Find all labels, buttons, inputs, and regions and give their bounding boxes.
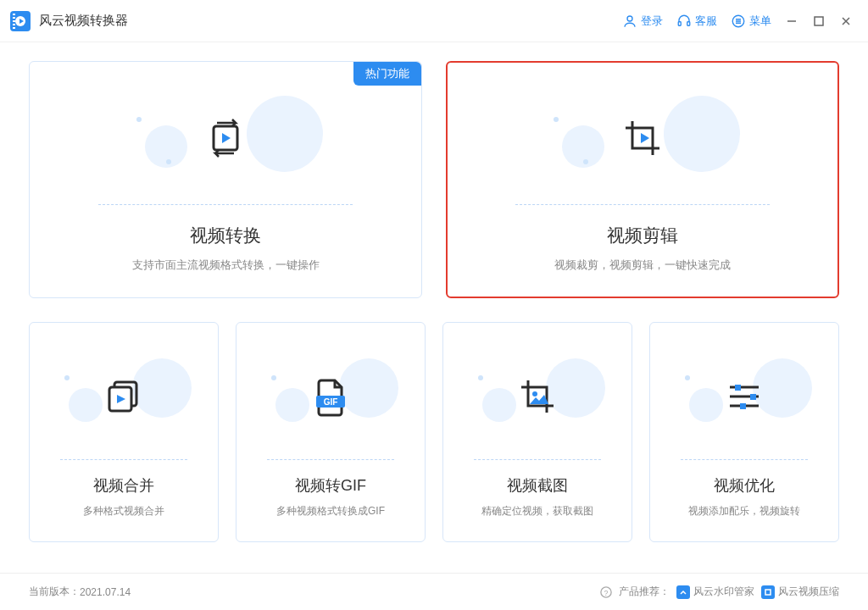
card-title: 视频合并	[93, 475, 154, 496]
user-icon	[622, 14, 637, 29]
card-desc: 支持市面主流视频格式转换，一键操作	[132, 258, 320, 273]
card-title: 视频转换	[190, 224, 261, 247]
help-icon: ?	[600, 586, 612, 598]
divider	[60, 459, 187, 460]
close-button[interactable]	[834, 9, 858, 33]
svg-rect-13	[740, 403, 746, 409]
card-desc: 多种格式视频合并	[83, 504, 164, 518]
recommend-watermark[interactable]: 风云水印管家	[676, 585, 754, 599]
hot-badge: 热门功能	[353, 62, 421, 86]
version-value: 2021.07.14	[80, 586, 131, 598]
minimize-button[interactable]	[780, 9, 804, 33]
rec-label-2: 风云视频压缩	[778, 585, 839, 599]
svg-rect-11	[735, 385, 741, 391]
support-button[interactable]: 客服	[671, 10, 722, 32]
card-desc: 视频添加配乐，视频旋转	[688, 504, 800, 518]
divider	[267, 459, 394, 460]
main-content: 热门功能 视频转换 支持市面主流视频格式转换，一键操作	[0, 42, 868, 542]
divider	[474, 459, 601, 460]
card-desc: 视频裁剪，视频剪辑，一键快速完成	[554, 258, 731, 273]
menu-label: 菜单	[749, 14, 771, 29]
card-title: 视频剪辑	[607, 224, 678, 247]
crop-edit-icon	[619, 114, 666, 162]
titlebar: 风云视频转换器 登录 客服 菜单	[0, 0, 868, 42]
card-video-edit[interactable]: 视频剪辑 视频裁剪，视频剪辑，一键快速完成	[446, 61, 839, 298]
support-label: 客服	[695, 14, 717, 29]
close-icon	[840, 15, 852, 27]
svg-rect-1	[678, 21, 681, 25]
svg-rect-12	[750, 394, 756, 400]
gif-file-icon: GIF	[309, 375, 352, 418]
recommend-compress[interactable]: 风云视频压缩	[761, 585, 839, 599]
card-title: 视频转GIF	[295, 475, 366, 496]
card-title: 视频截图	[507, 475, 568, 496]
maximize-icon	[813, 15, 825, 27]
minimize-icon	[786, 15, 798, 27]
card-video-convert[interactable]: 热门功能 视频转换 支持市面主流视频格式转换，一键操作	[29, 61, 422, 298]
rec-icon-1	[676, 585, 690, 599]
svg-rect-16	[765, 590, 771, 595]
card-video-screenshot[interactable]: 视频截图 精确定位视频，获取截图	[442, 322, 632, 542]
menu-button[interactable]: 菜单	[726, 10, 776, 32]
svg-text:?: ?	[604, 588, 609, 596]
login-button[interactable]: 登录	[617, 10, 668, 32]
recommend-label: 产品推荐：	[619, 585, 670, 599]
app-title: 风云视频转换器	[39, 13, 128, 29]
svg-rect-4	[815, 17, 823, 25]
convert-icon	[202, 114, 249, 162]
card-title: 视频优化	[714, 475, 775, 496]
card-video-merge[interactable]: 视频合并 多种格式视频合并	[29, 322, 219, 542]
divider	[98, 204, 353, 205]
card-video-optimize[interactable]: 视频优化 视频添加配乐，视频旋转	[649, 322, 839, 542]
card-video-gif[interactable]: GIF 视频转GIF 多种视频格式转换成GIF	[236, 322, 426, 542]
divider	[515, 204, 770, 205]
card-desc: 精确定位视频，获取截图	[481, 504, 593, 518]
divider	[681, 459, 808, 460]
rec-label-1: 风云水印管家	[693, 585, 754, 599]
list-icon	[731, 14, 746, 29]
app-logo-icon	[10, 11, 31, 31]
svg-rect-2	[687, 21, 690, 25]
version-label: 当前版本：	[29, 585, 80, 599]
card-desc: 多种视频格式转换成GIF	[276, 504, 385, 518]
footer: 当前版本： 2021.07.14 ? 产品推荐： 风云水印管家 风云视频压缩	[0, 573, 868, 610]
svg-point-0	[627, 16, 632, 21]
maximize-button[interactable]	[807, 9, 831, 33]
screenshot-icon	[516, 375, 559, 418]
headset-icon	[676, 14, 692, 29]
svg-text:GIF: GIF	[324, 397, 338, 407]
merge-icon	[103, 375, 145, 418]
rec-icon-2	[761, 585, 775, 599]
svg-point-10	[532, 391, 537, 396]
login-label: 登录	[641, 14, 663, 29]
sliders-icon	[723, 375, 765, 418]
